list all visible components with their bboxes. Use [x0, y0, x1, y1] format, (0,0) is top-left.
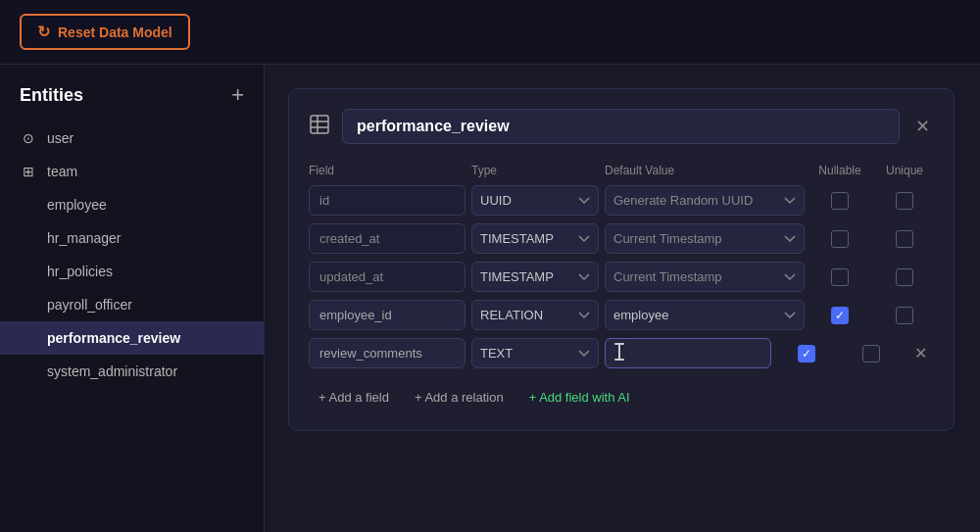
nullable-cell-created-at: [810, 230, 869, 248]
unique-checkbox-updated-at[interactable]: [896, 268, 913, 286]
sidebar: Entities + ⊙ user ⊞ team employee hr_man…: [0, 65, 265, 532]
unique-checkbox-review-comments[interactable]: [862, 345, 880, 363]
table-row: TIMESTAMP Current Timestamp: [309, 223, 934, 254]
actions-bar: + Add a field + Add a relation + Add fie…: [309, 384, 934, 411]
sidebar-item-label: team: [47, 164, 77, 179]
nullable-cell-review-comments: [777, 345, 836, 363]
nullable-cell-employee-id: [810, 307, 869, 324]
table-icon: [309, 114, 330, 140]
col-field: Field: [309, 164, 466, 177]
sidebar-item-system-administrator[interactable]: system_administrator: [0, 355, 264, 388]
nullable-checkbox-updated-at[interactable]: [831, 268, 849, 286]
nullable-checkbox-employee-id[interactable]: [831, 307, 849, 324]
table-row: TIMESTAMP Current Timestamp: [309, 262, 934, 292]
sidebar-item-label: payroll_officer: [47, 297, 132, 313]
entity-panel: ✕ Field Type Default Value Nullable Uniq…: [288, 88, 955, 431]
field-name-employee-id[interactable]: [309, 300, 466, 330]
sidebar-item-user[interactable]: ⊙ user: [0, 121, 264, 155]
sidebar-item-employee[interactable]: employee: [0, 188, 264, 221]
add-field-button[interactable]: + Add a field: [309, 384, 399, 411]
unique-checkbox-id[interactable]: [896, 192, 913, 210]
sidebar-header: Entities +: [0, 84, 264, 121]
field-type-employee-id[interactable]: RELATION: [471, 300, 599, 330]
field-type-updated-at[interactable]: TIMESTAMP: [471, 262, 599, 292]
sidebar-item-label: employee: [47, 197, 107, 213]
delete-field-button[interactable]: ✕: [906, 342, 934, 364]
reset-icon: ↻: [37, 23, 50, 41]
unique-cell-employee-id: [875, 307, 934, 324]
add-ai-label: + Add field with AI: [529, 390, 630, 405]
unique-checkbox-employee-id[interactable]: [896, 307, 913, 324]
svg-rect-0: [311, 116, 328, 133]
unique-cell-updated-at: [875, 268, 934, 286]
col-unique: Unique: [875, 164, 934, 177]
sidebar-item-label: performance_review: [47, 330, 180, 346]
sidebar-title: Entities: [20, 85, 83, 106]
main-layout: Entities + ⊙ user ⊞ team employee hr_man…: [0, 65, 980, 532]
table-row: UUID Generate Random UUID: [309, 185, 934, 216]
field-type-created-at[interactable]: TIMESTAMP: [471, 223, 599, 254]
panel-close-button[interactable]: ✕: [911, 112, 934, 141]
field-default-id[interactable]: Generate Random UUID: [605, 185, 805, 216]
person-icon: ⊙: [20, 130, 37, 146]
field-type-id[interactable]: UUID: [471, 185, 599, 216]
sidebar-item-label: user: [47, 130, 74, 146]
panel-header: ✕: [309, 109, 934, 144]
nullable-checkbox-created-at[interactable]: [831, 230, 849, 248]
col-nullable: Nullable: [810, 164, 869, 177]
field-name-review-comments[interactable]: [309, 338, 466, 368]
table-row: TEXT: [309, 338, 934, 368]
unique-cell-created-at: [875, 230, 934, 248]
content-area: ✕ Field Type Default Value Nullable Uniq…: [265, 65, 980, 532]
field-default-review-comments[interactable]: [605, 338, 771, 368]
add-relation-button[interactable]: + Add a relation: [405, 384, 514, 411]
fields-table-header: Field Type Default Value Nullable Unique: [309, 164, 934, 185]
nullable-cell-updated-at: [810, 268, 869, 286]
field-default-created-at[interactable]: Current Timestamp: [605, 223, 805, 254]
add-relation-label: + Add a relation: [415, 390, 504, 405]
nullable-cell-id: [810, 192, 869, 210]
top-bar: ↻ Reset Data Model: [0, 0, 980, 65]
field-default-employee-id[interactable]: employee: [605, 300, 805, 330]
col-default: Default Value: [605, 164, 805, 177]
add-entity-button[interactable]: +: [231, 84, 244, 106]
field-name-created-at: [309, 223, 466, 254]
table-row: RELATION employee: [309, 300, 934, 330]
nullable-checkbox-id[interactable]: [831, 192, 849, 210]
fields-table: Field Type Default Value Nullable Unique…: [309, 164, 934, 368]
sidebar-item-performance-review[interactable]: performance_review: [0, 321, 264, 355]
reset-data-model-button[interactable]: ↻ Reset Data Model: [20, 14, 190, 50]
add-ai-field-button[interactable]: + Add field with AI: [519, 384, 640, 411]
field-type-review-comments[interactable]: TEXT: [471, 338, 599, 368]
sidebar-item-label: system_administrator: [47, 363, 177, 379]
sidebar-item-hr-manager[interactable]: hr_manager: [0, 221, 264, 255]
unique-checkbox-created-at[interactable]: [896, 230, 913, 248]
col-type: Type: [471, 164, 599, 177]
field-name-id: [309, 185, 466, 216]
nullable-checkbox-review-comments[interactable]: [798, 345, 815, 363]
sidebar-item-hr-policies[interactable]: hr_policies: [0, 255, 264, 288]
add-field-label: + Add a field: [318, 390, 389, 405]
sidebar-item-team[interactable]: ⊞ team: [0, 155, 264, 188]
reset-label: Reset Data Model: [58, 24, 172, 40]
team-icon: ⊞: [20, 164, 37, 179]
field-default-updated-at[interactable]: Current Timestamp: [605, 262, 805, 292]
sidebar-item-label: hr_policies: [47, 264, 113, 279]
sidebar-item-payroll-officer[interactable]: payroll_officer: [0, 288, 264, 321]
unique-cell-review-comments: [842, 345, 901, 363]
unique-cell-id: [875, 192, 934, 210]
field-name-updated-at: [309, 262, 466, 292]
sidebar-item-label: hr_manager: [47, 230, 122, 246]
entity-name-input[interactable]: [342, 109, 900, 144]
